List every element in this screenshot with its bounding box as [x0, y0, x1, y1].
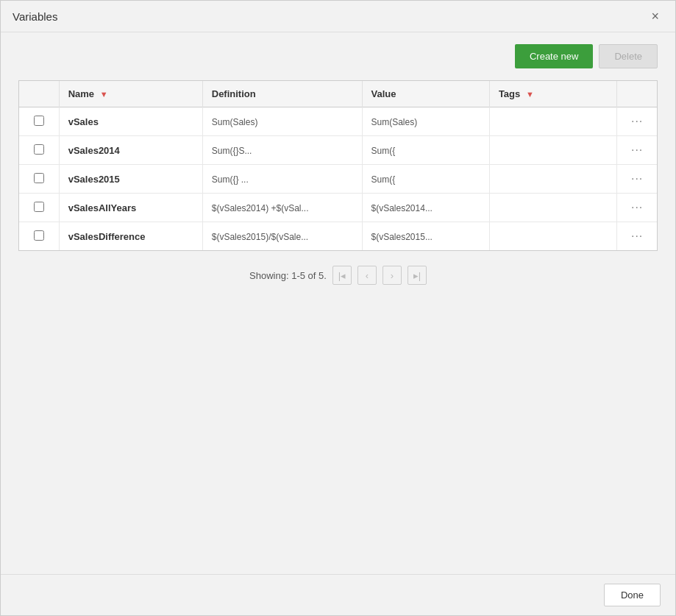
table-row: vSalesDifference $(vSales2015)/$(vSale..…: [19, 222, 657, 251]
row-checkbox-cell: [19, 107, 59, 136]
row-actions-0: ···: [617, 107, 657, 136]
close-button[interactable]: ×: [647, 8, 663, 24]
row-value-1: Sum({: [362, 136, 489, 165]
row-actions-4: ···: [617, 222, 657, 251]
col-header-checkbox: [19, 81, 59, 107]
row-name-2: vSales2015: [59, 165, 202, 194]
table-row: vSales2015 Sum({} ... Sum({ ···: [19, 165, 657, 194]
row-more-button-2[interactable]: ···: [631, 172, 643, 185]
row-checkbox-cell: [19, 222, 59, 251]
row-more-button-0[interactable]: ···: [631, 115, 643, 128]
row-tags-4: [489, 222, 616, 251]
row-definition-1: Sum({}S...: [202, 136, 362, 165]
row-checkbox-cell: [19, 136, 59, 165]
pagination-first[interactable]: |◂: [332, 266, 352, 285]
row-tags-0: [489, 107, 616, 136]
col-header-value: Value: [362, 81, 489, 107]
done-button[interactable]: Done: [604, 584, 661, 606]
pagination: Showing: 1-5 of 5. |◂ ‹ › ▸|: [18, 266, 658, 285]
row-definition-2: Sum({} ...: [202, 165, 362, 194]
variables-dialog: Variables × Create new Delete Name ▼ Def…: [0, 0, 676, 616]
row-definition-4: $(vSales2015)/$(vSale...: [202, 222, 362, 251]
pagination-next[interactable]: ›: [383, 266, 402, 285]
row-tags-3: [489, 194, 616, 222]
dialog-title: Variables: [13, 10, 57, 23]
row-definition-3: $(vSales2014) +$(vSal...: [202, 194, 362, 222]
col-header-actions: [617, 81, 657, 107]
row-checkbox-0[interactable]: [34, 116, 44, 126]
row-tags-1: [489, 136, 616, 165]
variables-table: Name ▼ Definition Value Tags ▼ vSales: [19, 81, 657, 250]
row-name-4: vSalesDifference: [59, 222, 202, 251]
row-value-3: $(vSales2014...: [362, 194, 489, 222]
row-actions-3: ···: [617, 194, 657, 222]
row-name-3: vSalesAllYears: [59, 194, 202, 222]
table-row: vSalesAllYears $(vSales2014) +$(vSal... …: [19, 194, 657, 222]
row-more-button-1[interactable]: ···: [631, 144, 643, 157]
row-value-4: $(vSales2015...: [362, 222, 489, 251]
row-checkbox-1[interactable]: [34, 144, 44, 155]
name-filter-icon[interactable]: ▼: [100, 90, 108, 99]
pagination-prev[interactable]: ‹: [357, 266, 377, 285]
table-row: vSales Sum(Sales) Sum(Sales) ···: [19, 107, 657, 136]
row-definition-0: Sum(Sales): [202, 107, 362, 136]
create-new-button[interactable]: Create new: [515, 44, 593, 68]
col-header-definition: Definition: [202, 81, 362, 107]
dialog-body: Create new Delete Name ▼ Definition Valu…: [1, 32, 675, 574]
col-header-tags: Tags ▼: [489, 81, 616, 107]
row-actions-1: ···: [617, 136, 657, 165]
row-checkbox-cell: [19, 165, 59, 194]
row-name-1: vSales2014: [59, 136, 202, 165]
delete-button: Delete: [599, 44, 658, 68]
pagination-last[interactable]: ▸|: [408, 266, 427, 285]
tags-filter-icon[interactable]: ▼: [526, 90, 534, 99]
row-more-button-4[interactable]: ···: [631, 230, 643, 243]
row-actions-2: ···: [617, 165, 657, 194]
variables-table-container: Name ▼ Definition Value Tags ▼ vSales: [18, 80, 658, 251]
row-checkbox-4[interactable]: [34, 230, 44, 241]
table-header-row: Name ▼ Definition Value Tags ▼: [19, 81, 657, 107]
row-checkbox-cell: [19, 194, 59, 222]
toolbar: Create new Delete: [18, 44, 658, 68]
row-name-0: vSales: [59, 107, 202, 136]
col-header-name: Name ▼: [59, 81, 202, 107]
row-more-button-3[interactable]: ···: [631, 201, 643, 214]
row-checkbox-3[interactable]: [34, 202, 44, 212]
row-tags-2: [489, 165, 616, 194]
row-checkbox-2[interactable]: [34, 173, 44, 183]
row-value-0: Sum(Sales): [362, 107, 489, 136]
dialog-footer: Done: [1, 574, 675, 615]
row-value-2: Sum({: [362, 165, 489, 194]
pagination-showing: Showing: 1-5 of 5.: [249, 270, 327, 281]
table-row: vSales2014 Sum({}S... Sum({ ···: [19, 136, 657, 165]
dialog-header: Variables ×: [1, 1, 675, 32]
